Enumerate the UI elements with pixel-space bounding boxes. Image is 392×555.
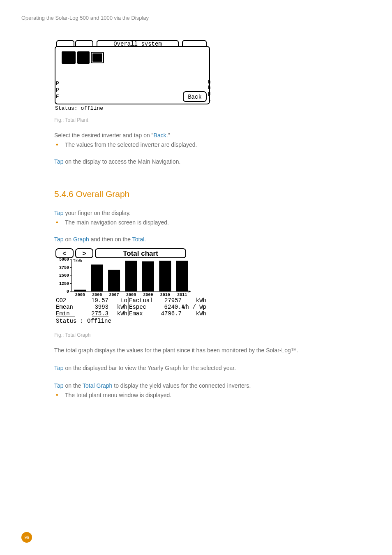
svg-text:h: h bbox=[208, 79, 210, 85]
svg-text:2500: 2500 bbox=[59, 273, 69, 278]
page-number-badge: 96 bbox=[21, 532, 32, 543]
svg-text:27957: 27957 bbox=[164, 297, 182, 304]
svg-text:TkWh: TkWh bbox=[73, 259, 82, 263]
nav-prev-button[interactable] bbox=[57, 41, 74, 46]
paragraph: The total graph displays the values for … bbox=[54, 346, 375, 355]
total-graph-link: Total Graph bbox=[83, 382, 112, 389]
svg-text:2008: 2008 bbox=[126, 293, 136, 297]
tap-link: Tap bbox=[54, 382, 64, 389]
svg-text:2006: 2006 bbox=[92, 293, 102, 297]
svg-text:kWh: kWh bbox=[117, 310, 127, 317]
svg-text:Emean: Emean bbox=[56, 304, 73, 310]
chart-bar[interactable] bbox=[74, 290, 86, 291]
svg-text:3750: 3750 bbox=[59, 266, 69, 270]
figure-total-chart: < > Total chart 01250250037505000TkWh200… bbox=[54, 248, 210, 328]
paragraph: Tap your finger on the display. bbox=[54, 209, 375, 217]
svg-text:0: 0 bbox=[67, 289, 69, 294]
svg-text:Wh / Wp: Wh / Wp bbox=[182, 304, 206, 310]
status-line: Status: offline bbox=[55, 105, 103, 111]
svg-text:19.57: 19.57 bbox=[91, 297, 108, 304]
svg-text:kWh: kWh bbox=[196, 310, 206, 317]
svg-text:kWh: kWh bbox=[196, 297, 206, 304]
total-link: Total bbox=[132, 236, 145, 243]
status-label: Status : bbox=[56, 318, 83, 324]
svg-text:P: P bbox=[56, 81, 59, 87]
paragraph: Tap on the displayed bar to view the Yea… bbox=[54, 364, 375, 372]
figure-caption: Fig.: Total Plant bbox=[54, 117, 375, 123]
section-heading: 5.4.6 Overall Graph bbox=[54, 189, 375, 199]
svg-text:4796.7: 4796.7 bbox=[161, 310, 182, 317]
svg-text:kWh: kWh bbox=[117, 304, 127, 310]
svg-text:Inv: Inv bbox=[65, 58, 73, 63]
nav-right-tab bbox=[182, 41, 206, 46]
tap-link: Tap bbox=[54, 236, 64, 243]
svg-text:Emax: Emax bbox=[129, 310, 143, 317]
nav-prev-button[interactable]: < bbox=[56, 249, 73, 258]
svg-text:CO2: CO2 bbox=[56, 297, 66, 304]
svg-text:1: 1 bbox=[82, 55, 85, 61]
svg-text:Back: Back bbox=[188, 94, 202, 100]
svg-text:2007: 2007 bbox=[109, 293, 119, 297]
figure-caption: Fig.: Total Graph bbox=[54, 332, 375, 338]
svg-text:t: t bbox=[208, 97, 210, 102]
svg-text:2010: 2010 bbox=[160, 293, 170, 297]
tap-link: Tap bbox=[54, 158, 64, 165]
window-title-tab: Total chart bbox=[95, 249, 186, 258]
list-item: The main navigation screen is displayed. bbox=[54, 218, 375, 227]
svg-text:p: p bbox=[208, 91, 210, 97]
tap-link: Tap bbox=[54, 365, 64, 371]
chart-bar[interactable] bbox=[91, 264, 103, 291]
svg-text:All: All bbox=[65, 53, 73, 58]
figure-total-plant: Overall system All Inv 1 2 bbox=[54, 39, 210, 113]
status-value: Offline bbox=[87, 318, 111, 324]
tab-all-inv[interactable]: All Inv bbox=[62, 51, 76, 64]
list-item: The values from the selected inverter ar… bbox=[54, 141, 375, 149]
tab-inverter-2[interactable]: 2 bbox=[91, 52, 104, 63]
svg-text:3993: 3993 bbox=[95, 304, 108, 310]
back-link: Back bbox=[154, 132, 166, 139]
chart-bar[interactable] bbox=[159, 261, 171, 291]
svg-text:5000: 5000 bbox=[59, 257, 69, 262]
svg-text:P: P bbox=[56, 87, 59, 93]
chart-bar[interactable] bbox=[125, 261, 137, 291]
svg-text:2009: 2009 bbox=[143, 293, 153, 297]
paragraph: Select the desired inverter and tap on "… bbox=[54, 131, 375, 140]
paragraph: Tap on the Total Graph to display the yi… bbox=[54, 382, 375, 390]
paragraph: Tap on the display to access the Main Na… bbox=[54, 157, 375, 166]
chart-bar[interactable] bbox=[176, 261, 188, 291]
tab-inverter-1[interactable]: 1 bbox=[77, 51, 90, 64]
svg-text:>: > bbox=[82, 250, 86, 257]
svg-text:2005: 2005 bbox=[75, 293, 85, 297]
nav-next-button[interactable]: > bbox=[76, 249, 93, 258]
tap-link: Tap bbox=[54, 210, 64, 216]
svg-text:Espec: Espec bbox=[129, 304, 146, 310]
back-button[interactable]: Back bbox=[183, 92, 206, 102]
graph-link: Graph bbox=[73, 236, 89, 243]
svg-text:Total chart: Total chart bbox=[123, 250, 158, 257]
chart-bar[interactable] bbox=[142, 261, 154, 291]
svg-text:E: E bbox=[56, 94, 59, 100]
nav-next-button[interactable] bbox=[76, 41, 93, 46]
total-bar-chart[interactable]: 01250250037505000TkWh2005200620072008200… bbox=[59, 257, 191, 297]
svg-text:<: < bbox=[62, 250, 66, 257]
svg-text:Eactual: Eactual bbox=[129, 297, 153, 304]
svg-text:2011: 2011 bbox=[177, 293, 187, 297]
paragraph: Tap on Graph and then on the Total. bbox=[54, 235, 375, 244]
running-head: Operating the Solar-Log 500 and 1000 via… bbox=[21, 15, 371, 21]
chart-bar[interactable] bbox=[108, 270, 120, 291]
window-title: Overall system bbox=[113, 41, 162, 47]
list-item: The total plant menu window is displayed… bbox=[54, 391, 375, 400]
svg-text:h: h bbox=[208, 85, 210, 91]
svg-text:to: to bbox=[120, 297, 127, 304]
svg-text:1250: 1250 bbox=[59, 282, 69, 286]
svg-text:2: 2 bbox=[96, 55, 99, 61]
